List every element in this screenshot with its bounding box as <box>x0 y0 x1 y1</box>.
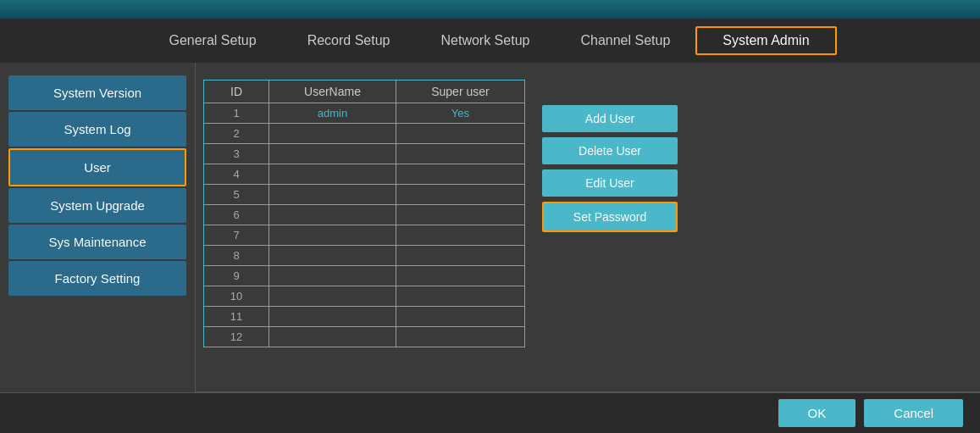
cell-superuser <box>396 185 524 205</box>
sidebar-item-user[interactable]: User <box>8 148 186 186</box>
bottom-bar: OK Cancel <box>0 392 980 433</box>
table-row[interactable]: 9 <box>204 266 525 286</box>
cell-username <box>269 286 396 307</box>
main-panel: ID UserName Super user 1adminYes23456789… <box>195 71 972 384</box>
cell-superuser <box>396 307 524 327</box>
cell-superuser <box>396 246 524 266</box>
cell-username <box>269 205 396 225</box>
cell-id: 11 <box>204 307 269 327</box>
cell-id: 10 <box>204 286 269 307</box>
cell-id: 1 <box>204 103 269 124</box>
cell-id: 9 <box>204 266 269 286</box>
sidebar-separator <box>195 63 196 391</box>
set-password-button[interactable]: Set Password <box>542 202 678 232</box>
tab-general-setup[interactable]: General Setup <box>143 28 281 53</box>
cell-superuser <box>396 327 524 347</box>
cell-superuser <box>396 225 524 246</box>
sidebar-item-sys-maintenance[interactable]: Sys Maintenance <box>8 225 186 259</box>
tab-system-admin[interactable]: System Admin <box>695 26 836 55</box>
table-row[interactable]: 4 <box>204 164 525 185</box>
cell-id: 12 <box>204 327 269 347</box>
cell-username <box>269 185 396 205</box>
cell-username: admin <box>269 103 396 124</box>
table-row[interactable]: 6 <box>204 205 525 225</box>
sidebar-item-system-log[interactable]: System Log <box>8 112 186 147</box>
table-row[interactable]: 5 <box>204 185 525 205</box>
cell-username <box>269 266 396 286</box>
cell-superuser: Yes <box>396 103 524 124</box>
table-row[interactable]: 10 <box>204 286 525 307</box>
cell-username <box>269 246 396 266</box>
content-area: System Version System Log User System Up… <box>0 63 980 392</box>
table-row[interactable]: 3 <box>204 144 525 164</box>
table-row[interactable]: 12 <box>204 327 525 347</box>
cell-id: 8 <box>204 246 269 266</box>
tab-record-setup[interactable]: Record Setup <box>282 28 416 53</box>
cell-id: 4 <box>204 164 269 185</box>
cell-id: 3 <box>204 144 269 164</box>
sidebar-item-system-upgrade[interactable]: System Upgrade <box>8 188 186 223</box>
tab-network-setup[interactable]: Network Setup <box>415 28 555 53</box>
ok-button[interactable]: OK <box>778 399 856 427</box>
delete-user-button[interactable]: Delete User <box>542 137 678 164</box>
top-bar <box>0 0 980 19</box>
table-row[interactable]: 11 <box>204 307 525 327</box>
cancel-button[interactable]: Cancel <box>864 399 963 427</box>
cell-superuser <box>396 144 524 164</box>
cell-superuser <box>396 266 524 286</box>
cell-username <box>269 164 396 185</box>
add-user-button[interactable]: Add User <box>542 105 678 132</box>
cell-superuser <box>396 124 524 144</box>
table-row[interactable]: 7 <box>204 225 525 246</box>
cell-id: 2 <box>204 124 269 144</box>
sidebar-item-system-version[interactable]: System Version <box>8 75 186 110</box>
user-table: ID UserName Super user 1adminYes23456789… <box>203 80 525 347</box>
cell-superuser <box>396 286 524 307</box>
table-row[interactable]: 2 <box>204 124 525 144</box>
cell-superuser <box>396 164 524 185</box>
tab-channel-setup[interactable]: Channel Setup <box>555 28 695 53</box>
cell-username <box>269 307 396 327</box>
edit-user-button[interactable]: Edit User <box>542 169 678 197</box>
cell-id: 7 <box>204 225 269 246</box>
action-buttons: Add User Delete User Edit User Set Passw… <box>542 105 678 232</box>
cell-username <box>269 144 396 164</box>
tab-bar: General Setup Record Setup Network Setup… <box>0 19 980 63</box>
cell-username <box>269 124 396 144</box>
col-header-superuser: Super user <box>396 80 524 103</box>
sidebar: System Version System Log User System Up… <box>8 71 186 384</box>
table-row[interactable]: 1adminYes <box>204 103 525 124</box>
cell-superuser <box>396 205 524 225</box>
cell-username <box>269 327 396 347</box>
col-header-id: ID <box>204 80 269 103</box>
cell-id: 6 <box>204 205 269 225</box>
col-header-username: UserName <box>269 80 396 103</box>
cell-id: 5 <box>204 185 269 205</box>
cell-username <box>269 225 396 246</box>
table-row[interactable]: 8 <box>204 246 525 266</box>
sidebar-item-factory-setting[interactable]: Factory Setting <box>8 261 186 296</box>
